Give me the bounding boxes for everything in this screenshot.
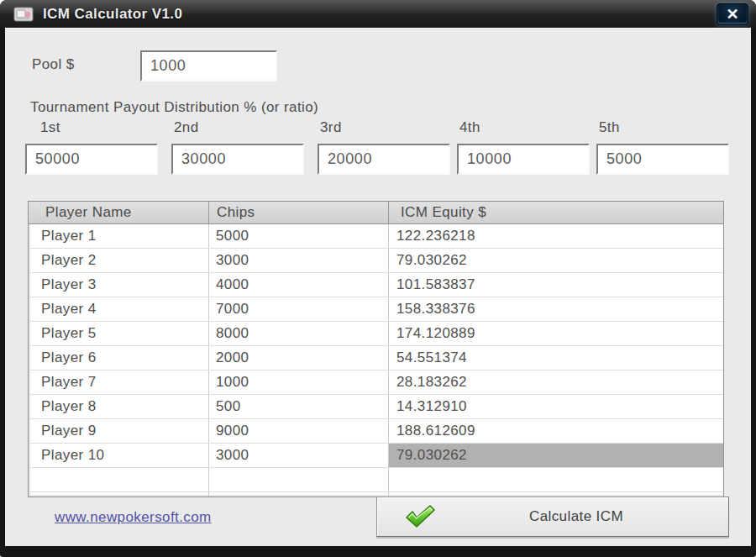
- equity-cell[interactable]: 174.120889: [389, 322, 723, 345]
- equity-cell[interactable]: 79.030262: [389, 444, 723, 467]
- chips-cell[interactable]: 4000: [209, 273, 389, 297]
- app-window: ICM Calculator V1.0 ✕ Pool $ Tournament …: [0, 0, 756, 557]
- payout-label-5th: 5th: [599, 119, 729, 136]
- table-header: Player Name Chips ICM Equity $: [29, 202, 723, 224]
- player-name-cell[interactable]: Player 6: [29, 346, 209, 370]
- player-name-cell[interactable]: Player 9: [29, 419, 209, 443]
- payout-input-2nd[interactable]: [171, 144, 304, 175]
- table-row[interactable]: Player 4 7000 158.338376: [29, 297, 723, 322]
- calculate-icm-button[interactable]: Calculate ICM: [376, 497, 729, 537]
- players-table: Player Name Chips ICM Equity $ Player 1 …: [28, 201, 724, 497]
- chips-cell[interactable]: 7000: [209, 297, 389, 321]
- green-check-icon: [402, 503, 436, 530]
- website-link[interactable]: www.newpokersoft.com: [55, 509, 212, 526]
- table-row[interactable]: Player 7 1000 28.183262: [29, 370, 723, 395]
- player-name-cell[interactable]: Player 3: [29, 273, 209, 297]
- equity-cell[interactable]: 158.338376: [389, 297, 723, 321]
- equity-cell[interactable]: 28.183262: [389, 370, 723, 394]
- payout-place-2nd: 2nd: [171, 119, 304, 175]
- player-name-cell[interactable]: Player 2: [29, 249, 209, 272]
- payout-place-1st: 1st: [25, 119, 158, 175]
- table-row[interactable]: Player 10 3000 79.030262: [29, 444, 723, 468]
- pool-label: Pool $: [32, 56, 75, 73]
- close-button[interactable]: ✕: [717, 3, 748, 25]
- table-row[interactable]: Player 6 2000 54.551374: [29, 346, 723, 370]
- table-row[interactable]: Player 3 4000 101.583837: [29, 273, 723, 297]
- payout-label-4th: 4th: [459, 119, 590, 136]
- window-body: Pool $ Tournament Payout Distribution % …: [5, 28, 751, 546]
- titlebar[interactable]: ICM Calculator V1.0 ✕: [0, 0, 756, 28]
- payout-label-1st: 1st: [40, 119, 158, 136]
- chips-cell[interactable]: 1000: [209, 370, 389, 394]
- table-row[interactable]: Player 8 500 14.312910: [29, 395, 723, 419]
- table-row[interactable]: Player 9 9000 188.612609: [29, 419, 723, 444]
- player-name-cell[interactable]: Player 7: [29, 370, 209, 394]
- player-name-cell[interactable]: Player 4: [29, 297, 209, 321]
- payout-input-1st[interactable]: [25, 144, 158, 175]
- chips-cell[interactable]: 5000: [209, 224, 389, 248]
- player-name-cell[interactable]: Player 8: [29, 395, 209, 418]
- pool-input[interactable]: [140, 50, 277, 81]
- chips-cell[interactable]: 2000: [209, 346, 389, 370]
- column-header-icm-equity[interactable]: ICM Equity $: [389, 202, 723, 223]
- app-icon: [13, 5, 35, 24]
- table-row[interactable]: Player 5 8000 174.120889: [29, 322, 723, 346]
- equity-cell[interactable]: 122.236218: [389, 224, 723, 248]
- column-header-chips[interactable]: Chips: [209, 202, 389, 223]
- column-header-player-name[interactable]: Player Name: [29, 202, 209, 223]
- payout-label-2nd: 2nd: [174, 119, 304, 136]
- close-icon: ✕: [726, 7, 738, 22]
- table-row[interactable]: Player 2 3000 79.030262: [29, 249, 723, 273]
- payout-heading: Tournament Payout Distribution % (or rat…: [30, 99, 318, 116]
- calculate-icm-label: Calculate ICM: [436, 508, 728, 525]
- payout-label-3rd: 3rd: [320, 119, 450, 136]
- equity-cell[interactable]: 101.583837: [389, 273, 723, 297]
- payout-input-5th[interactable]: [596, 144, 729, 175]
- table-row[interactable]: Player 1 5000 122.236218: [29, 224, 723, 249]
- empty-table-row: [29, 468, 723, 492]
- player-name-cell[interactable]: Player 10: [29, 444, 209, 467]
- equity-cell[interactable]: 14.312910: [389, 395, 723, 418]
- payout-place-4th: 4th: [457, 119, 590, 175]
- payout-place-5th: 5th: [596, 119, 729, 175]
- chips-cell[interactable]: 3000: [209, 444, 389, 467]
- equity-cell[interactable]: 54.551374: [389, 346, 723, 370]
- player-name-cell[interactable]: Player 1: [29, 224, 209, 248]
- chips-cell[interactable]: 8000: [209, 322, 389, 345]
- equity-cell[interactable]: 188.612609: [389, 419, 723, 443]
- player-name-cell[interactable]: Player 5: [29, 322, 209, 345]
- chips-cell[interactable]: 3000: [209, 249, 389, 272]
- window-title: ICM Calculator V1.0: [43, 6, 182, 23]
- chips-cell[interactable]: 9000: [209, 419, 389, 443]
- payout-place-3rd: 3rd: [318, 119, 450, 175]
- payout-input-3rd[interactable]: [318, 144, 450, 175]
- chips-cell[interactable]: 500: [209, 395, 389, 418]
- payout-input-4th[interactable]: [457, 144, 590, 175]
- equity-cell[interactable]: 79.030262: [389, 249, 723, 272]
